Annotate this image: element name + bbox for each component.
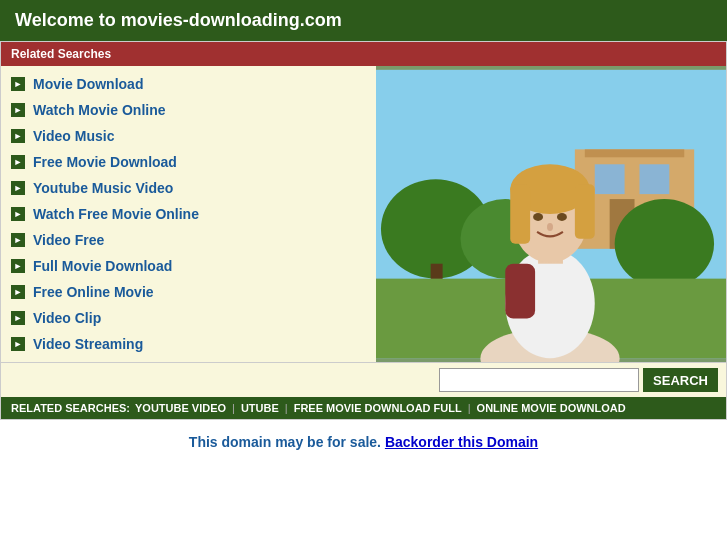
list-item[interactable]: ► Movie Download [1, 71, 376, 97]
bullet-icon: ► [11, 337, 25, 351]
svg-rect-2 [585, 149, 684, 157]
list-item[interactable]: ► Free Online Movie [1, 279, 376, 305]
link-watch-movie-online[interactable]: Watch Movie Online [33, 102, 166, 118]
link-youtube-music-video[interactable]: Youtube Music Video [33, 180, 173, 196]
bullet-icon: ► [11, 103, 25, 117]
link-watch-free-movie-online[interactable]: Watch Free Movie Online [33, 206, 199, 222]
list-item[interactable]: ► Watch Free Movie Online [1, 201, 376, 227]
list-item[interactable]: ► Full Movie Download [1, 253, 376, 279]
links-column: ► Movie Download ► Watch Movie Online ► … [1, 66, 376, 362]
backorder-link[interactable]: Backorder this Domain [385, 434, 538, 450]
related-searches-label: Related Searches [11, 47, 111, 61]
separator: | [468, 402, 471, 414]
bullet-icon: ► [11, 233, 25, 247]
separator: | [285, 402, 288, 414]
list-item[interactable]: ► Video Clip [1, 305, 376, 331]
svg-rect-3 [595, 164, 625, 194]
link-free-movie-download[interactable]: Free Movie Download [33, 154, 177, 170]
svg-rect-13 [505, 264, 535, 319]
header-title: Welcome to movies-downloading.com [15, 10, 342, 30]
svg-point-20 [557, 213, 567, 221]
list-item[interactable]: ► Youtube Music Video [1, 175, 376, 201]
bullet-icon: ► [11, 207, 25, 221]
bottom-link-online-movie-download[interactable]: ONLINE MOVIE DOWNLOAD [477, 402, 626, 414]
list-item[interactable]: ► Watch Movie Online [1, 97, 376, 123]
domain-notice-text: This domain may be for sale. [189, 434, 381, 450]
svg-rect-17 [510, 184, 530, 244]
link-full-movie-download[interactable]: Full Movie Download [33, 258, 172, 274]
related-searches-bar: Related Searches [1, 42, 726, 66]
page-header: Welcome to movies-downloading.com [0, 0, 727, 41]
svg-rect-4 [639, 164, 669, 194]
main-content: Related Searches ► Movie Download ► Watc… [0, 41, 727, 420]
svg-rect-18 [575, 184, 595, 239]
bullet-icon: ► [11, 155, 25, 169]
bullet-icon: ► [11, 285, 25, 299]
search-input[interactable] [439, 368, 639, 392]
content-row: ► Movie Download ► Watch Movie Online ► … [1, 66, 726, 362]
svg-point-19 [533, 213, 543, 221]
svg-point-8 [615, 199, 714, 288]
link-free-online-movie[interactable]: Free Online Movie [33, 284, 154, 300]
bottom-link-utube[interactable]: UTUBE [241, 402, 279, 414]
svg-point-21 [547, 223, 553, 231]
bullet-icon: ► [11, 77, 25, 91]
bottom-link-free-movie-download-full[interactable]: FREE MOVIE DOWNLOAD FULL [294, 402, 462, 414]
link-movie-download[interactable]: Movie Download [33, 76, 143, 92]
list-item[interactable]: ► Free Movie Download [1, 149, 376, 175]
link-video-music[interactable]: Video Music [33, 128, 114, 144]
photo-svg [376, 66, 726, 362]
bottom-link-youtube-video[interactable]: YOUTUBE VIDEO [135, 402, 226, 414]
bullet-icon: ► [11, 259, 25, 273]
search-row: SEARCH [1, 362, 726, 397]
link-video-streaming[interactable]: Video Streaming [33, 336, 143, 352]
image-column [376, 66, 726, 362]
list-item[interactable]: ► Video Streaming [1, 331, 376, 357]
link-video-free[interactable]: Video Free [33, 232, 104, 248]
bottom-related-bar: RELATED SEARCHES: YOUTUBE VIDEO | UTUBE … [1, 397, 726, 419]
bullet-icon: ► [11, 129, 25, 143]
bottom-related-label: RELATED SEARCHES: [11, 402, 130, 414]
bullet-icon: ► [11, 181, 25, 195]
list-item[interactable]: ► Video Music [1, 123, 376, 149]
separator: | [232, 402, 235, 414]
link-video-clip[interactable]: Video Clip [33, 310, 101, 326]
search-button[interactable]: SEARCH [643, 368, 718, 392]
bullet-icon: ► [11, 311, 25, 325]
list-item[interactable]: ► Video Free [1, 227, 376, 253]
domain-notice: This domain may be for sale. Backorder t… [0, 420, 727, 464]
